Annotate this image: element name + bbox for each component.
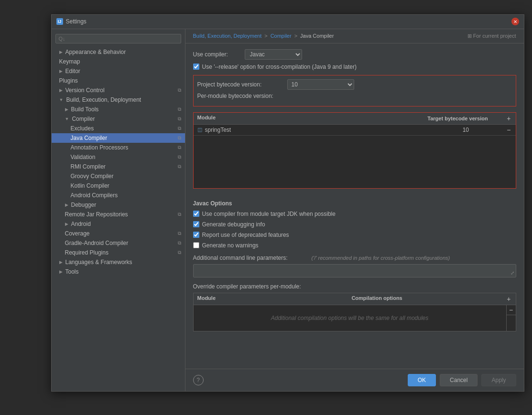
title-bar-left: IJ Settings xyxy=(56,18,87,25)
ok-button[interactable]: OK xyxy=(408,374,436,386)
sidebar-item-android-compilers[interactable]: Android Compilers xyxy=(52,191,185,200)
chevron-down-icon: ▼ xyxy=(65,117,69,121)
use-release-checkbox[interactable] xyxy=(193,64,199,70)
override-label: Override compiler parameters per-module: xyxy=(193,283,516,290)
close-button[interactable]: ✕ xyxy=(511,18,519,25)
sidebar-item-build-exec-deploy[interactable]: ▼ Build, Execution, Deployment xyxy=(52,95,185,105)
additional-cmd-label: Additional command line parameters: xyxy=(193,255,308,261)
dialog-footer: ? OK Cancel Apply xyxy=(185,369,524,391)
use-release-label: Use '--release' option for cross-compila… xyxy=(202,64,357,70)
report-deprecated-checkbox[interactable] xyxy=(193,232,199,238)
chevron-right-icon: ▶ xyxy=(65,222,68,226)
copy-icon: ⧉ xyxy=(178,116,181,122)
sidebar-item-annotation-processors[interactable]: Annotation Processors ⧉ xyxy=(52,143,185,152)
sidebar-item-label: Keymap xyxy=(59,58,80,65)
module-col-header: Module xyxy=(197,115,428,122)
title-bar: IJ Settings ✕ xyxy=(52,15,524,29)
dialog-body: ▶ Appearance & Behavior Keymap ▶ Editor … xyxy=(52,29,524,391)
sidebar-item-appearance[interactable]: ▶ Appearance & Behavior xyxy=(52,47,185,57)
cancel-button[interactable]: Cancel xyxy=(440,374,478,386)
sidebar-item-remote-jar-repos[interactable]: Remote Jar Repositories ⧉ xyxy=(52,210,185,219)
breadcrumb-sep2: > xyxy=(294,33,297,39)
no-warnings-checkbox[interactable] xyxy=(193,242,199,248)
breadcrumb: Build, Execution, Deployment > Compiler … xyxy=(185,29,524,43)
sidebar-item-required-plugins[interactable]: Required Plugins ⧉ xyxy=(52,248,185,257)
override-header: Module Compilation options + xyxy=(194,293,516,305)
sidebar-item-debugger[interactable]: ▶ Debugger xyxy=(52,200,185,210)
add-module-button[interactable]: + xyxy=(506,115,511,122)
sidebar-item-gradle-android-compiler[interactable]: Gradle-Android Compiler ⧉ xyxy=(52,238,185,248)
additional-cmd-label-row: Additional command line parameters: ('/'… xyxy=(193,255,516,261)
sidebar-item-label: Debugger xyxy=(71,202,97,208)
sidebar-item-label: Android xyxy=(71,221,91,227)
apply-button[interactable]: Apply xyxy=(481,374,516,386)
breadcrumb-part3: Java Compiler xyxy=(300,33,334,39)
project-bytecode-select[interactable]: 10 8 9 11 xyxy=(287,79,354,90)
additional-cmd-input[interactable] xyxy=(193,264,516,277)
remove-module-button[interactable]: − xyxy=(506,126,511,134)
copy-icon: ⧉ xyxy=(178,212,181,217)
module-icon: ◫ xyxy=(197,127,202,133)
per-module-row: Per-module bytecode version: xyxy=(197,93,512,99)
override-table: Module Compilation options + Additional … xyxy=(193,293,516,331)
sidebar-item-java-compiler[interactable]: Java Compiler ⧉ xyxy=(52,133,185,143)
table-row[interactable]: ◫ springTest 10 − xyxy=(194,125,516,136)
copy-icon: ⧉ xyxy=(178,231,181,236)
checkbox-no-warnings: Generate no warnings xyxy=(193,242,516,249)
sidebar-item-label: Compiler xyxy=(72,116,95,122)
sidebar-item-android[interactable]: ▶ Android xyxy=(52,219,185,229)
use-release-row: Use '--release' option for cross-compila… xyxy=(193,64,516,70)
sidebar-item-compiler[interactable]: ▼ Compiler ⧉ xyxy=(52,114,185,124)
module-table: Module Target bytecode version + ◫ sprin… xyxy=(193,112,516,189)
search-input[interactable] xyxy=(55,34,181,43)
sidebar-item-groovy-compiler[interactable]: Groovy Compiler xyxy=(52,171,185,181)
override-empty: Additional compilation options will be t… xyxy=(194,305,506,331)
chevron-right-icon: ▶ xyxy=(59,260,63,265)
help-button[interactable]: ? xyxy=(193,375,204,385)
sidebar-item-tools[interactable]: ▶ Tools xyxy=(52,267,185,277)
content-area: Use compiler: Javac Eclipse Ajc Use '--r… xyxy=(185,43,524,369)
main-content: Build, Execution, Deployment > Compiler … xyxy=(185,29,524,391)
sidebar-item-label: Build, Execution, Deployment xyxy=(66,96,141,103)
sidebar-item-languages-frameworks[interactable]: ▶ Languages & Frameworks xyxy=(52,257,185,267)
sidebar-item-rmi-compiler[interactable]: RMI Compiler ⧉ xyxy=(52,162,185,171)
sidebar-item-label: Languages & Frameworks xyxy=(65,259,132,266)
use-module-target-checkbox[interactable] xyxy=(193,211,199,217)
breadcrumb-part2[interactable]: Compiler xyxy=(271,33,292,39)
sidebar-item-coverage[interactable]: Coverage ⧉ xyxy=(52,229,185,238)
override-section: Override compiler parameters per-module:… xyxy=(193,283,516,331)
module-table-header: Module Target bytecode version + xyxy=(194,113,516,125)
override-options-col: Compilation options xyxy=(351,295,506,303)
checkbox-report-deprecated: Report use of deprecated features xyxy=(193,232,516,238)
copy-icon: ⧉ xyxy=(178,135,181,141)
sidebar-item-label: Android Compilers xyxy=(71,192,118,199)
generate-debug-checkbox[interactable] xyxy=(193,221,199,227)
sidebar-item-label: Annotation Processors xyxy=(71,144,129,151)
sidebar-item-keymap[interactable]: Keymap xyxy=(52,57,185,66)
sidebar-item-build-tools[interactable]: ▶ Build Tools ⧉ xyxy=(52,105,185,114)
additional-cmd-input-row: ⤢ xyxy=(193,264,516,277)
sidebar-item-label: Tools xyxy=(65,268,79,275)
sidebar-item-excludes[interactable]: Excludes ⧉ xyxy=(52,124,185,133)
app-icon: IJ xyxy=(56,18,63,25)
override-module-col: Module xyxy=(197,295,352,303)
expand-icon: ⤢ xyxy=(510,270,514,276)
sidebar-item-validation[interactable]: Validation ⧉ xyxy=(52,152,185,162)
sidebar-item-editor[interactable]: ▶ Editor xyxy=(52,66,185,76)
sidebar-item-kotlin-compiler[interactable]: Kotlin Compiler xyxy=(52,181,185,191)
sidebar-item-label: Excludes xyxy=(71,125,94,132)
sidebar-item-label: Appearance & Behavior xyxy=(65,49,126,55)
override-minus-button[interactable]: − xyxy=(507,305,516,315)
add-override-button[interactable]: + xyxy=(506,295,511,303)
use-compiler-row: Use compiler: Javac Eclipse Ajc xyxy=(193,49,516,60)
copy-icon: ⧉ xyxy=(178,145,181,150)
module-name-text: springTest xyxy=(205,127,231,133)
additional-cmd-hint: ('/' recommended in paths for cross-plat… xyxy=(312,255,450,261)
sidebar-item-plugins[interactable]: Plugins xyxy=(52,76,185,85)
sidebar: ▶ Appearance & Behavior Keymap ▶ Editor … xyxy=(52,29,185,391)
compiler-select[interactable]: Javac Eclipse Ajc xyxy=(245,49,302,60)
breadcrumb-part1[interactable]: Build, Execution, Deployment xyxy=(193,33,262,39)
sidebar-item-label: Build Tools xyxy=(71,106,99,113)
javac-options-section: Javac Options Use compiler from module t… xyxy=(193,200,516,249)
sidebar-item-version-control[interactable]: ▶ Version Control ⧉ xyxy=(52,85,185,95)
